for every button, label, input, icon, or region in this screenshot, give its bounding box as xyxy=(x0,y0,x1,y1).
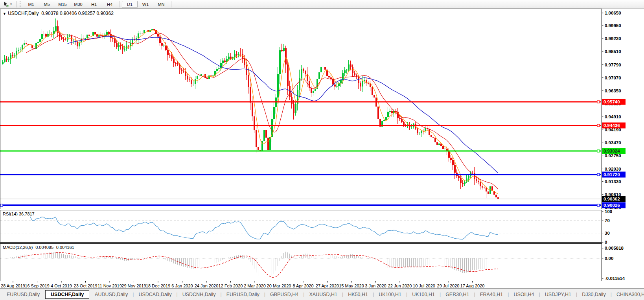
svg-text:10 Jul 2020: 10 Jul 2020 xyxy=(413,283,435,288)
svg-text:0.93024: 0.93024 xyxy=(604,149,620,153)
svg-text:0.005818: 0.005818 xyxy=(605,246,624,250)
svg-text:29 Nov 2019: 29 Nov 2019 xyxy=(121,283,146,288)
svg-text:0.93470: 0.93470 xyxy=(605,140,621,145)
chart-title: ▼USDCHF,Daily 0.90378 0.90406 0.90257 0.… xyxy=(3,11,114,16)
chart-tab-fra40-h1[interactable]: FRA40,H1 xyxy=(476,290,507,299)
chart-tab-uk100-h1[interactable]: UK100,H1 xyxy=(374,290,406,299)
svg-text:18 Dec 2019: 18 Dec 2019 xyxy=(146,283,170,288)
svg-text:30: 30 xyxy=(605,231,610,236)
macd-axis: 0.0058180.00-0.011514 xyxy=(602,246,625,281)
svg-text:11 Nov 2019: 11 Nov 2019 xyxy=(98,283,122,288)
chart-tab-usdjpy-h1[interactable]: USDJPY,H1 xyxy=(541,290,576,299)
rsi-label: RSI(14) 36.7817 xyxy=(3,212,35,216)
svg-text:23 Oct 2019: 23 Oct 2019 xyxy=(74,283,98,288)
svg-text:24 Jan 2020: 24 Jan 2020 xyxy=(195,283,219,288)
timeframe-button-m30[interactable]: M30 xyxy=(70,1,86,8)
timeframe-button-m15[interactable]: M15 xyxy=(55,1,70,8)
svg-text:0.98510: 0.98510 xyxy=(605,49,621,54)
chart-tab-xauusd-h1[interactable]: XAUUSD,H1 xyxy=(305,290,342,299)
chart-tab-usdchf-daily[interactable]: USDCHF,Daily xyxy=(45,290,89,299)
svg-text:4 Oct 2019: 4 Oct 2019 xyxy=(51,283,72,288)
price-axis: 1.006500.999500.992300.985100.977900.970… xyxy=(602,11,621,210)
chart-tab-gbpusd-h4[interactable]: GBPUSD,H4 xyxy=(266,290,303,299)
svg-text:0.99950: 0.99950 xyxy=(605,23,621,28)
timeframe-button-m1[interactable]: M1 xyxy=(23,1,39,8)
svg-text:0.90026: 0.90026 xyxy=(604,203,620,208)
svg-text:2 Mar 2020: 2 Mar 2020 xyxy=(244,283,266,288)
trading-terminal: 1.006500.999500.992300.985100.977900.970… xyxy=(0,0,644,300)
svg-text:6 Jan 2020: 6 Jan 2020 xyxy=(171,283,193,288)
chart-tab-usdcad-daily[interactable]: USDCAD,Daily xyxy=(134,290,176,299)
svg-text:17 Aug 2020: 17 Aug 2020 xyxy=(460,283,485,288)
svg-text:16 Sep 2019: 16 Sep 2019 xyxy=(25,283,49,288)
chart-tab-uk100-h1[interactable]: UK100,H1 xyxy=(408,290,439,299)
svg-text:100: 100 xyxy=(605,209,612,214)
chart-tab-usoil-h4[interactable]: USOil,H4 xyxy=(509,290,538,299)
svg-text:28 Aug 2019: 28 Aug 2019 xyxy=(1,283,25,288)
ohlc-open: 0.90378 xyxy=(41,11,58,16)
svg-text:-0.011514: -0.011514 xyxy=(605,276,625,281)
svg-text:70: 70 xyxy=(605,218,610,223)
svg-text:0.94436: 0.94436 xyxy=(604,123,620,128)
svg-text:0.94910: 0.94910 xyxy=(605,114,621,119)
rsi-value: 36.7817 xyxy=(19,212,35,216)
chart-tab-hk50-h1[interactable]: HK50,H1 xyxy=(344,290,372,299)
chart-tab-audusd-daily[interactable]: AUDUSD,Daily xyxy=(90,290,132,299)
svg-text:0.92030: 0.92030 xyxy=(605,167,621,171)
svg-text:0.97790: 0.97790 xyxy=(605,63,621,67)
svg-text:0.95740: 0.95740 xyxy=(604,99,620,104)
chart-tab-ger30-h1[interactable]: GER30,H1 xyxy=(441,290,473,299)
timeframe-button-h1[interactable]: H1 xyxy=(86,1,102,8)
chart-tab-bar: EURUSD,DailyUSDCHF,DailyAUDUSD,Daily|USD… xyxy=(0,288,644,300)
chart-tab-eurusd-daily[interactable]: EURUSD,Daily xyxy=(222,290,264,299)
svg-text:0.92750: 0.92750 xyxy=(605,153,621,158)
cursor-icon xyxy=(3,1,9,7)
svg-text:3 Jun 2020: 3 Jun 2020 xyxy=(365,283,386,288)
timeframe-button-m5[interactable]: M5 xyxy=(39,1,55,8)
toolbar-separator xyxy=(16,1,17,7)
ohlc-close: 0.90362 xyxy=(96,11,113,16)
chart-tab-eurusd-daily[interactable]: EURUSD,Daily xyxy=(2,290,44,299)
time-axis: 28 Aug 201916 Sep 20194 Oct 201923 Oct 2… xyxy=(1,281,484,288)
symbol-dropdown-icon[interactable]: ▼ xyxy=(3,12,6,16)
timeframe-button-mn[interactable]: MN xyxy=(153,1,169,8)
svg-text:0.91330: 0.91330 xyxy=(605,179,621,184)
timeframe-button-d1[interactable]: D1 xyxy=(122,1,138,8)
svg-text:20 Mar 2020: 20 Mar 2020 xyxy=(267,283,291,288)
svg-text:0.91720: 0.91720 xyxy=(604,172,620,177)
svg-text:15 May 2020: 15 May 2020 xyxy=(339,283,364,288)
macd-signal-value: -0.004161 xyxy=(55,245,74,250)
svg-text:22 Jun 2020: 22 Jun 2020 xyxy=(388,283,412,288)
svg-text:0.00: 0.00 xyxy=(605,256,613,261)
ohlc-low: 0.90257 xyxy=(78,11,95,16)
rsi-axis: 10070300 xyxy=(602,209,613,245)
svg-text:0.90362: 0.90362 xyxy=(604,197,620,201)
svg-text:8 Apr 2020: 8 Apr 2020 xyxy=(293,283,313,288)
macd-name: MACD(12,26,9) xyxy=(3,245,33,250)
svg-text:0.96350: 0.96350 xyxy=(605,88,621,93)
ohlc-high: 0.90406 xyxy=(60,11,77,16)
timeframe-buttons: M1M5M15M30H1H4D1W1MN xyxy=(23,1,173,8)
svg-text:27 Apr 2020: 27 Apr 2020 xyxy=(316,283,339,288)
toolbar: ▾ M1M5M15M30H1H4D1W1MN xyxy=(0,0,644,9)
chart-canvas[interactable]: 1.006500.999500.992300.985100.977900.970… xyxy=(0,0,644,300)
cursor-tool-button[interactable]: ▾ xyxy=(0,0,14,8)
svg-text:0.97070: 0.97070 xyxy=(605,75,621,80)
toolbar-separator xyxy=(120,1,120,7)
chart-tab-china300-h1[interactable]: CHINA300,H1 xyxy=(612,290,644,299)
timeframe-button-w1[interactable]: W1 xyxy=(138,1,153,8)
svg-text:12 Feb 2020: 12 Feb 2020 xyxy=(219,283,243,288)
chart-tab-dj30-daily[interactable]: DJ30,Daily xyxy=(578,290,610,299)
macd-main-value: -0.004085 xyxy=(34,245,53,250)
svg-text:0.99230: 0.99230 xyxy=(605,36,621,41)
chart-symbol: USDCHF,Daily xyxy=(8,11,39,16)
timeframe-button-h4[interactable]: H4 xyxy=(102,1,118,8)
svg-text:1.00650: 1.00650 xyxy=(605,11,621,15)
svg-text:0: 0 xyxy=(605,240,607,245)
toolbar-grip[interactable] xyxy=(20,1,20,7)
macd-label: MACD(12,26,9) -0.004085 -0.004161 xyxy=(3,245,74,250)
chart-tab-usdcnh-daily[interactable]: USDCNH,Daily xyxy=(178,290,220,299)
svg-text:29 Jul 2020: 29 Jul 2020 xyxy=(437,283,460,288)
rsi-name: RSI(14) xyxy=(3,212,18,216)
toolbar-separator xyxy=(171,1,171,7)
